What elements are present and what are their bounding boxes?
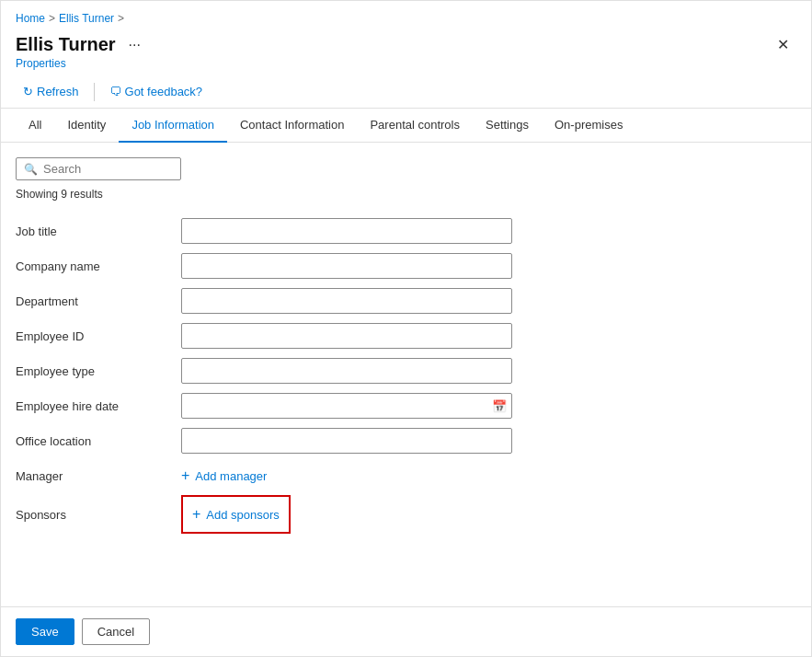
cancel-button[interactable]: Cancel bbox=[82, 618, 150, 645]
label-office-location: Office location bbox=[16, 434, 181, 448]
close-button[interactable]: ✕ bbox=[770, 32, 796, 57]
form-row-employee-id: Employee ID bbox=[16, 320, 796, 352]
add-sponsors-label: Add sponsors bbox=[206, 508, 280, 522]
form-row-employee-hire-date: Employee hire date 📅 bbox=[16, 390, 796, 421]
department-input[interactable] bbox=[181, 288, 512, 314]
add-manager-button[interactable]: + Add manager bbox=[181, 464, 267, 488]
toolbar: ↻ Refresh 🗨 Got feedback? bbox=[1, 75, 811, 109]
tab-all[interactable]: All bbox=[16, 109, 54, 143]
feedback-button[interactable]: 🗨 Got feedback? bbox=[102, 81, 211, 102]
sponsors-highlight-box: + Add sponsors bbox=[181, 495, 291, 534]
breadcrumb-home[interactable]: Home bbox=[16, 12, 45, 25]
label-employee-type: Employee type bbox=[16, 364, 181, 378]
tabs-bar: All Identity Job Information Contact Inf… bbox=[1, 109, 811, 143]
input-wrapper-job-title bbox=[181, 218, 512, 244]
label-company-name: Company name bbox=[16, 259, 181, 273]
search-box: 🔍 bbox=[16, 157, 181, 180]
search-icon: 🔍 bbox=[24, 163, 38, 176]
breadcrumb-sep2: > bbox=[118, 12, 124, 25]
input-wrapper-employee-type bbox=[181, 358, 512, 384]
tab-on-premises[interactable]: On-premises bbox=[542, 109, 635, 143]
tab-job-information[interactable]: Job Information bbox=[119, 109, 227, 143]
form-row-employee-type: Employee type bbox=[16, 355, 796, 386]
office-location-input[interactable] bbox=[181, 428, 512, 454]
form-row-company-name: Company name bbox=[16, 250, 796, 282]
refresh-label: Refresh bbox=[37, 85, 79, 98]
tab-parental-controls[interactable]: Parental controls bbox=[357, 109, 473, 143]
page-header-left: Ellis Turner ··· bbox=[16, 34, 146, 55]
breadcrumb-user[interactable]: Ellis Turner bbox=[59, 12, 114, 25]
employee-type-input[interactable] bbox=[181, 358, 512, 384]
form-row-department: Department bbox=[16, 285, 796, 317]
results-count: Showing 9 results bbox=[16, 188, 796, 201]
label-sponsors: Sponsors bbox=[16, 508, 181, 522]
calendar-icon[interactable]: 📅 bbox=[492, 399, 507, 413]
breadcrumb: Home > Ellis Turner > bbox=[1, 1, 811, 29]
save-button[interactable]: Save bbox=[16, 618, 74, 645]
plus-icon-manager: + bbox=[181, 467, 189, 484]
form-row-manager: Manager + Add manager bbox=[16, 460, 796, 491]
page-title: Ellis Turner bbox=[16, 34, 116, 55]
sponsors-add-wrapper: + Add sponsors bbox=[181, 495, 291, 534]
search-input[interactable] bbox=[43, 162, 173, 176]
label-employee-id: Employee ID bbox=[16, 329, 181, 343]
input-wrapper-employee-hire-date: 📅 bbox=[181, 393, 512, 419]
tab-settings[interactable]: Settings bbox=[473, 109, 542, 143]
employee-hire-date-input[interactable] bbox=[181, 393, 512, 419]
feedback-icon: 🗨 bbox=[109, 85, 121, 98]
input-wrapper-company-name bbox=[181, 253, 512, 279]
input-wrapper-employee-id bbox=[181, 323, 512, 349]
main-window: Home > Ellis Turner > Ellis Turner ··· ✕… bbox=[0, 0, 812, 657]
label-job-title: Job title bbox=[16, 225, 181, 238]
plus-icon-sponsors: + bbox=[192, 506, 200, 523]
tab-contact-information[interactable]: Contact Information bbox=[227, 109, 357, 143]
manager-add-wrapper: + Add manager bbox=[181, 464, 267, 488]
tab-identity[interactable]: Identity bbox=[54, 109, 119, 143]
refresh-button[interactable]: ↻ Refresh bbox=[16, 81, 86, 102]
add-sponsors-button[interactable]: + Add sponsors bbox=[192, 502, 280, 526]
breadcrumb-sep1: > bbox=[49, 12, 55, 25]
properties-subtitle: Properties bbox=[1, 57, 811, 75]
form-row-job-title: Job title bbox=[16, 215, 796, 247]
feedback-label: Got feedback? bbox=[125, 85, 203, 98]
content-area: 🔍 Showing 9 results Job title Company na… bbox=[1, 143, 811, 552]
company-name-input[interactable] bbox=[181, 253, 512, 279]
label-department: Department bbox=[16, 294, 181, 308]
page-header: Ellis Turner ··· ✕ bbox=[1, 29, 811, 57]
label-employee-hire-date: Employee hire date bbox=[16, 399, 181, 413]
form-row-office-location: Office location bbox=[16, 425, 796, 456]
ellipsis-button[interactable]: ··· bbox=[123, 35, 146, 55]
job-title-input[interactable] bbox=[181, 218, 512, 244]
input-wrapper-department bbox=[181, 288, 512, 314]
footer: Save Cancel bbox=[1, 606, 811, 656]
input-wrapper-office-location bbox=[181, 428, 512, 454]
employee-id-input[interactable] bbox=[181, 323, 512, 349]
toolbar-separator bbox=[94, 83, 95, 101]
refresh-icon: ↻ bbox=[23, 85, 33, 98]
label-manager: Manager bbox=[16, 469, 181, 483]
add-manager-label: Add manager bbox=[195, 469, 267, 483]
form-row-sponsors: Sponsors + Add sponsors bbox=[16, 495, 796, 534]
